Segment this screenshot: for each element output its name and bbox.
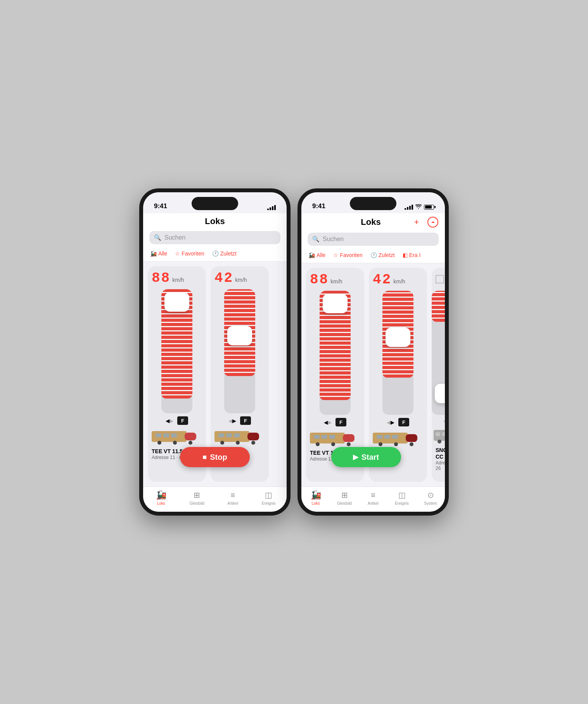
- throttle-thumb-2-left[interactable]: [227, 326, 252, 345]
- tab-loks-left[interactable]: 🚂 Loks: [143, 490, 179, 506]
- filter-tab-era-right[interactable]: ◧ Era I: [402, 250, 422, 260]
- throttle-2-left[interactable]: [224, 289, 255, 413]
- throttle-thumb-3-right[interactable]: [435, 384, 445, 403]
- more-circle-right: •••: [427, 217, 438, 228]
- clock-icon-left: 🕐: [212, 250, 219, 257]
- more-dots-right: •••: [432, 220, 434, 224]
- speed-value-1-left: 88: [152, 270, 171, 286]
- filter-tabs-right: 🚂 Alle ☆ Favoriten 🕐 Zuletzt ◧ Era I: [301, 249, 445, 263]
- svg-rect-2: [156, 433, 161, 437]
- svg-rect-3: [163, 433, 169, 437]
- search-placeholder-left: Suchen: [164, 234, 185, 241]
- tab-gleisbild-icon-left: ⊞: [194, 490, 200, 500]
- svg-point-13: [220, 441, 224, 445]
- left-arrow-3-right: ◀: [443, 418, 445, 424]
- start-button-right[interactable]: ▶ Start: [331, 447, 401, 467]
- tab-bar-left: 🚂 Loks ⊞ Gleisbild ≡ Artikel ◫ Ereignis: [143, 487, 287, 512]
- speed-row-1-right: 88 km/h: [310, 272, 360, 288]
- filter-tab-favoriten-right[interactable]: ☆ Favoriten: [332, 250, 363, 260]
- throttle-1-left[interactable]: [161, 289, 192, 413]
- svg-point-23: [347, 442, 351, 446]
- throttle-3-right[interactable]: [432, 291, 445, 415]
- signal-bars-left: [267, 205, 276, 210]
- svg-point-6: [173, 441, 177, 445]
- train-icon-left: 🚂: [150, 250, 157, 257]
- f-button-2-right[interactable]: F: [398, 418, 409, 426]
- search-input-right[interactable]: 🔍 Suchen: [308, 233, 439, 246]
- svg-rect-11: [226, 433, 232, 437]
- throttle-1-right[interactable]: [320, 291, 351, 415]
- train-image-2-left: [214, 428, 265, 445]
- tab-artikel-right[interactable]: ≡ Artikel: [359, 490, 387, 506]
- throttle-thumb-2-right[interactable]: [386, 328, 410, 347]
- more-button-right[interactable]: •••: [427, 216, 439, 228]
- controls-row-1-right: ◀ ▶ F: [310, 418, 360, 426]
- dynamic-island-left: [192, 197, 238, 210]
- tab-ereignis-label-right: Ereignis: [395, 501, 409, 506]
- svg-rect-34: [436, 432, 440, 436]
- signal-bar-r3: [409, 206, 411, 210]
- clock-icon-right: 🕐: [370, 252, 377, 258]
- right-arrow-1-left: ▶: [169, 418, 173, 424]
- tab-ereignis-left[interactable]: ◫ Ereignis: [251, 490, 287, 506]
- add-lok-button[interactable]: +: [411, 216, 422, 228]
- stop-button-left[interactable]: ■ Stop: [180, 447, 250, 467]
- phone-right: 9:41: [297, 188, 449, 516]
- signal-bar-2: [270, 207, 271, 210]
- nav-bar-right: Loks + •••: [301, 213, 445, 229]
- svg-point-30: [394, 442, 398, 446]
- train-image-1-left: [152, 428, 202, 445]
- svg-rect-9: [247, 433, 259, 440]
- direction-arrows-2-right[interactable]: ◀ ▶: [387, 419, 394, 425]
- tab-artikel-left[interactable]: ≡ Artikel: [215, 490, 251, 506]
- speed-row-1-left: 88 km/h: [152, 270, 202, 286]
- throttle-thumb-1-right[interactable]: [323, 294, 348, 313]
- direction-arrows-3-right[interactable]: ◀ ▶: [443, 418, 445, 424]
- tab-ereignis-right[interactable]: ◫ Ereignis: [387, 490, 416, 506]
- signal-bars-right: [405, 205, 413, 210]
- signal-bar-r1: [405, 208, 406, 210]
- f-button-1-right[interactable]: F: [336, 418, 346, 426]
- search-input-left[interactable]: 🔍 Suchen: [149, 231, 280, 244]
- speed-value-3-right: □: [436, 272, 445, 288]
- right-arrow-1-right: ▶: [328, 419, 332, 425]
- start-label-right: Start: [361, 453, 379, 462]
- lok-card-3-right[interactable]: □ ◀ ▶: [432, 268, 445, 482]
- svg-point-7: [189, 441, 192, 445]
- f-button-2-left[interactable]: F: [240, 416, 251, 425]
- throttle-thumb-1-left[interactable]: [164, 292, 189, 312]
- tab-loks-right[interactable]: 🚂 Loks: [301, 490, 330, 506]
- filter-tab-zuletzt-right[interactable]: 🕐 Zuletzt: [370, 250, 396, 260]
- signal-bar-1: [267, 209, 269, 210]
- filter-tab-zuletzt-left[interactable]: 🕐 Zuletzt: [211, 249, 237, 258]
- tab-loks-label-right: Loks: [311, 501, 320, 506]
- svg-point-22: [331, 442, 335, 446]
- tab-gleisbild-right[interactable]: ⊞ Gleisbild: [330, 490, 359, 506]
- throttle-2-right[interactable]: [382, 291, 413, 415]
- tab-system-right[interactable]: ⊙ System: [416, 490, 445, 506]
- direction-arrows-1-right[interactable]: ◀ ▶: [324, 419, 332, 425]
- right-arrow-2-left: ▶: [232, 418, 236, 424]
- tab-gleisbild-left[interactable]: ⊞ Gleisbild: [179, 490, 215, 506]
- left-arrow-2-right: ◀: [387, 419, 391, 425]
- lok-info-3-right: SNCF CC 4 Adresse 26: [436, 447, 445, 471]
- svg-rect-19: [322, 435, 327, 439]
- f-button-1-left[interactable]: F: [177, 416, 188, 425]
- stop-icon-left: ■: [202, 453, 207, 461]
- filter-tab-alle-right[interactable]: 🚂 Alle: [308, 250, 326, 260]
- filter-tab-alle-left[interactable]: 🚂 Alle: [149, 249, 168, 258]
- direction-arrows-1-left[interactable]: ◀ ▶: [166, 418, 173, 424]
- svg-point-29: [379, 442, 382, 446]
- speed-value-2-right: 42: [373, 272, 392, 288]
- direction-arrows-2-left[interactable]: ◀ ▶: [228, 418, 236, 424]
- battery-fill-right: [425, 205, 432, 209]
- tab-gleisbild-label-right: Gleisbild: [337, 501, 352, 506]
- svg-rect-4: [171, 433, 177, 437]
- filter-tab-favoriten-left[interactable]: ☆ Favoriten: [174, 249, 205, 258]
- svg-point-31: [410, 442, 413, 446]
- tab-bar-right: 🚂 Loks ⊞ Gleisbild ≡ Artikel ◫ Ereignis …: [301, 487, 445, 512]
- left-arrow-1-left: ◀: [166, 418, 169, 424]
- svg-point-14: [236, 441, 240, 445]
- svg-rect-17: [343, 434, 355, 442]
- search-icon-right: 🔍: [312, 236, 320, 243]
